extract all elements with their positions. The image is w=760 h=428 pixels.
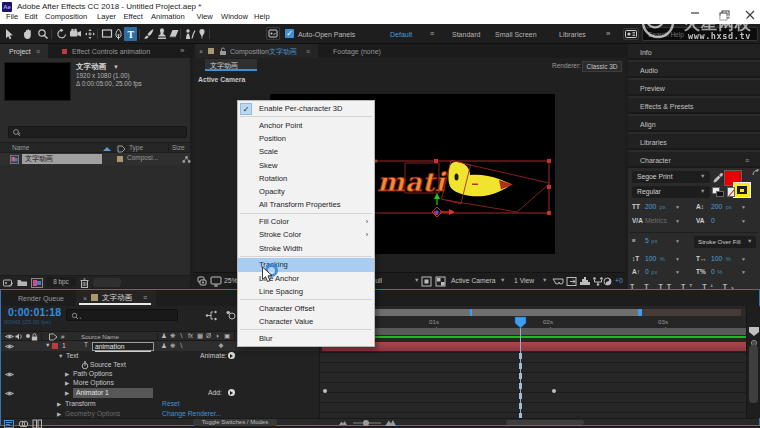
magnification-value[interactable]: 25% bbox=[224, 278, 238, 285]
layer-video-eye-icon[interactable] bbox=[5, 343, 13, 350]
fx-column-icon[interactable]: fx bbox=[188, 333, 193, 340]
panel-header-effects-presets[interactable]: Effects & Presets bbox=[628, 98, 760, 114]
bit-depth-button[interactable]: 8 bpc bbox=[46, 277, 76, 287]
menu-item-scale[interactable]: Scale bbox=[238, 145, 374, 158]
menu-item-skew[interactable]: Skew bbox=[238, 159, 374, 172]
pan-behind-tool-icon[interactable] bbox=[83, 27, 96, 41]
panel-header-libraries[interactable]: Libraries bbox=[628, 134, 760, 150]
menu-item-blur[interactable]: Blur bbox=[238, 332, 374, 345]
chevron-down-icon[interactable]: ▼ bbox=[542, 278, 547, 284]
menu-item-enable-per-character-3d[interactable]: Enable Per-character 3D✓ bbox=[238, 102, 374, 115]
stepper-icon[interactable]: ▼ bbox=[675, 257, 680, 262]
histogram-icon[interactable] bbox=[579, 276, 590, 287]
workspace-menu-icon[interactable]: ≡ bbox=[430, 30, 434, 37]
project-item-row[interactable]: 文字动画 Composi... bbox=[0, 153, 190, 165]
zoom-out-mountain-icon[interactable] bbox=[339, 420, 348, 425]
workspace-overflow-icon[interactable]: » bbox=[606, 30, 609, 38]
vertical-scroll-thumb[interactable] bbox=[749, 345, 758, 403]
layer-name-edit[interactable]: animation bbox=[92, 342, 154, 351]
playhead-handle[interactable] bbox=[514, 316, 527, 329]
new-folder-icon[interactable] bbox=[17, 278, 27, 287]
snapshot-icon[interactable] bbox=[197, 276, 208, 287]
menubar-item-layer[interactable]: Layer bbox=[97, 13, 116, 21]
threed-column-icon[interactable]: ▣ bbox=[224, 333, 230, 340]
stroke-style-select[interactable]: Stroke Over Fill▼ bbox=[694, 236, 756, 248]
help-search-input[interactable]: Search Help bbox=[642, 27, 758, 41]
timeline-vertical-scrollbar[interactable] bbox=[746, 306, 760, 418]
renderer-button[interactable]: Classic 3D bbox=[582, 61, 622, 72]
layer-switches-pane-icon[interactable] bbox=[4, 419, 15, 427]
add-animator-button[interactable] bbox=[228, 352, 235, 359]
layer-color-chip[interactable] bbox=[52, 343, 58, 349]
layer-expander[interactable]: ▼ bbox=[45, 343, 50, 349]
pixel-aspect-icon[interactable] bbox=[566, 276, 577, 287]
horizontal-scroll-thumb[interactable] bbox=[506, 420, 584, 425]
value-leading[interactable]: 200 bbox=[711, 204, 722, 211]
menu-item-all-transform-properties[interactable]: All Transform Properties bbox=[238, 198, 374, 211]
workspace-default[interactable]: Default bbox=[390, 31, 412, 38]
menubar-item-view[interactable]: View bbox=[197, 13, 213, 21]
link-change-renderer-[interactable]: Change Renderer... bbox=[162, 411, 221, 418]
rotate-tool-icon[interactable] bbox=[55, 27, 68, 41]
expander-right-icon[interactable]: ▶ bbox=[57, 402, 61, 408]
font-family-select[interactable]: Segoe Print▼ bbox=[632, 171, 710, 183]
project-item-name[interactable]: 文字动画 bbox=[22, 154, 102, 164]
menubar-item-composition[interactable]: Composition bbox=[45, 13, 87, 21]
mini-flowchart-icon[interactable] bbox=[205, 310, 218, 321]
exposure-value[interactable]: +0 bbox=[615, 278, 623, 285]
panel-header-align[interactable]: Align bbox=[628, 116, 760, 132]
chevron-down-icon[interactable]: ▼ bbox=[414, 278, 419, 284]
link-reset[interactable]: Reset bbox=[162, 401, 180, 408]
lock-column-icon[interactable] bbox=[31, 333, 39, 340]
region-of-interest-icon[interactable] bbox=[421, 276, 432, 287]
new-composition-icon[interactable] bbox=[31, 278, 41, 287]
home-icon[interactable] bbox=[266, 27, 280, 40]
keyframe[interactable] bbox=[552, 389, 556, 393]
panel-header-preview[interactable]: Preview bbox=[628, 80, 760, 96]
layer-switch-icon[interactable]: ♟ bbox=[161, 343, 167, 350]
per-character-3d-icon[interactable]: ❖ bbox=[218, 343, 224, 350]
value-stroke-width[interactable]: 5 bbox=[645, 238, 649, 245]
value-horizontal-scale[interactable]: 100 bbox=[711, 256, 722, 263]
tab-project[interactable]: Project ≡ bbox=[0, 44, 48, 58]
menu-item-opacity[interactable]: Opacity bbox=[238, 185, 374, 198]
property-eye-icon[interactable] bbox=[5, 371, 13, 378]
panel-header-info[interactable]: Info bbox=[628, 44, 760, 60]
menu-item-fill-color[interactable]: Fill Color› bbox=[238, 215, 374, 228]
value-font-size[interactable]: 200 bbox=[645, 204, 656, 211]
close-tab-icon[interactable]: × bbox=[83, 295, 87, 302]
menu-item-stroke-width[interactable]: Stroke Width bbox=[238, 242, 374, 255]
menubar-item-animation[interactable]: Animation bbox=[151, 13, 185, 21]
eraser-tool-icon[interactable] bbox=[167, 27, 180, 41]
interpret-footage-icon[interactable] bbox=[3, 278, 13, 287]
keyframe[interactable] bbox=[323, 389, 327, 393]
stepper-icon[interactable]: ▼ bbox=[741, 257, 746, 262]
flowchart-icon[interactable] bbox=[592, 276, 603, 287]
camera-tool-icon[interactable] bbox=[68, 27, 81, 41]
transfer-controls-pane-icon[interactable] bbox=[18, 419, 29, 427]
value-tracking[interactable]: 0 bbox=[711, 218, 715, 225]
menubar-item-edit[interactable]: Edit bbox=[25, 13, 38, 21]
expander-right-icon[interactable]: ▶ bbox=[65, 391, 69, 397]
eyedropper-icon[interactable] bbox=[713, 172, 723, 183]
collapse-column-icon[interactable]: ❋ bbox=[170, 333, 175, 340]
timeline-search-input[interactable] bbox=[66, 309, 178, 321]
menu-item-line-anchor[interactable]: Line Anchor bbox=[238, 272, 374, 285]
chevron-down-icon[interactable]: ▼ bbox=[500, 278, 505, 284]
current-timecode[interactable]: 0:00:01:18 bbox=[8, 307, 61, 318]
menubar-item-window[interactable]: Window bbox=[221, 13, 248, 21]
layer-duration-bar[interactable] bbox=[322, 342, 747, 351]
stepper-icon[interactable]: ▼ bbox=[675, 270, 680, 275]
workspace-standard[interactable]: Standard bbox=[452, 31, 480, 38]
time-navigator-bar[interactable] bbox=[322, 309, 745, 316]
panel-menu-icon[interactable]: ≡ bbox=[143, 294, 147, 301]
tab-composition-prefix[interactable]: Composition bbox=[230, 48, 269, 55]
zoom-in-mountain-icon[interactable] bbox=[385, 419, 397, 426]
goggles-icon[interactable] bbox=[552, 276, 563, 287]
video-column-icon[interactable] bbox=[5, 333, 13, 340]
expander-right-icon[interactable]: ▶ bbox=[57, 412, 61, 418]
no-color-icon[interactable] bbox=[727, 187, 735, 197]
column-source-name[interactable]: Source Name bbox=[81, 334, 119, 340]
comp-tab-close-icon[interactable]: × bbox=[199, 48, 203, 55]
menubar-item-help[interactable]: Help bbox=[254, 13, 270, 21]
